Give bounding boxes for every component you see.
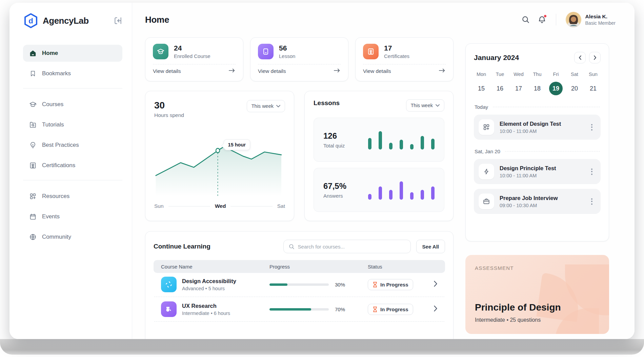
sidebar-item-bookmarks[interactable]: Bookmarks — [23, 65, 122, 82]
search-icon — [288, 243, 295, 250]
search-icon[interactable] — [521, 15, 530, 24]
hours-line-chart: 15 hour — [154, 130, 285, 198]
assessment-banner[interactable]: ASSESSMENT Principle of Design Intermedi… — [465, 255, 609, 334]
view-details-link[interactable]: View details — [153, 68, 236, 75]
answers-panel: 67,5% Answers — [314, 168, 444, 212]
total-quiz-panel: 126 Total quiz — [314, 118, 444, 162]
status-badge: In Progress — [368, 279, 413, 290]
day-of-week: Tue — [496, 72, 504, 77]
certificate-icon — [29, 162, 37, 169]
stat-card-enrolled: 24 Enrolled Course View details — [145, 37, 243, 81]
stats-row: 24 Enrolled Course View details — [145, 37, 454, 81]
bolt-icon — [479, 164, 494, 179]
area-fill — [156, 146, 281, 196]
grid-plus-icon — [479, 119, 494, 135]
view-details-label: View details — [363, 68, 391, 74]
calendar-day[interactable]: 15 — [475, 82, 488, 95]
event-card[interactable]: Prepare Job Interview 09:00 - 10:30 AM — [474, 189, 601, 214]
notifications-bell-icon[interactable] — [538, 15, 546, 24]
course-meta: Advanced • 5 hours — [182, 286, 236, 291]
calendar-month: January 2024 — [474, 54, 519, 62]
course-search[interactable] — [283, 240, 411, 253]
hourglass-icon — [373, 306, 378, 312]
certificates-icon — [363, 44, 379, 59]
stat-label: Certificates — [384, 53, 409, 59]
event-title: Prepare Job Interview — [500, 195, 558, 201]
see-all-button[interactable]: See All — [416, 240, 445, 253]
answers-bar-chart — [368, 180, 435, 200]
quiz-value: 126 — [323, 131, 345, 141]
answers-value: 67,5% — [323, 181, 346, 191]
lightbulb-icon — [29, 141, 37, 149]
sidebar-collapse-icon[interactable] — [114, 16, 122, 25]
day-of-week: Fri — [553, 72, 559, 77]
sidebar-item-events[interactable]: Events — [23, 208, 122, 225]
x-axis: Sun Wed Sat — [154, 203, 285, 209]
calendar-day[interactable]: 21 — [586, 82, 600, 95]
quiz-bar-chart — [368, 130, 435, 150]
dashed-divider — [363, 64, 446, 64]
calendar-day[interactable]: 20 — [568, 82, 581, 95]
dashed-divider — [258, 64, 341, 64]
calendar-prev-button[interactable] — [574, 52, 586, 63]
globe-icon — [29, 233, 37, 241]
sidebar-item-best-practices[interactable]: Best Practices — [23, 137, 122, 154]
sidebar-item-courses[interactable]: Courses — [23, 96, 122, 113]
day-of-week: Thu — [533, 72, 542, 77]
sidebar-item-community[interactable]: Community — [23, 229, 122, 245]
calendar-next-button[interactable] — [589, 52, 601, 63]
day-of-week: Sat — [571, 72, 578, 77]
user-menu[interactable]: Alesia K. Basic Member — [566, 12, 616, 27]
page-title: Home — [145, 15, 169, 25]
charts-row: 30 Hours spend This week — [145, 91, 454, 221]
event-menu-kebab[interactable] — [588, 122, 596, 133]
avatar — [566, 12, 581, 27]
sidebar-item-tutorials[interactable]: Tutorials — [23, 116, 122, 133]
event-title: Design Principle Test — [500, 165, 556, 172]
sidebar-item-resources[interactable]: Resources — [23, 188, 122, 205]
table-row[interactable]: Design Accessibility Advanced • 5 hours … — [154, 273, 445, 296]
hours-spend-card: 30 Hours spend This week — [145, 91, 294, 221]
answers-label: Answers — [323, 193, 346, 199]
event-menu-kebab[interactable] — [588, 166, 596, 177]
table-header: Course Name Progress Status — [154, 260, 445, 273]
bookmark-icon — [29, 70, 37, 77]
course-search-input[interactable] — [298, 244, 406, 250]
content: 24 Enrolled Course View details — [132, 37, 635, 339]
view-details-link[interactable]: View details — [363, 68, 446, 75]
chevron-down-icon — [276, 105, 280, 107]
sidebar-item-label: Resources — [42, 193, 69, 200]
view-details-label: View details — [258, 68, 286, 74]
lessons-title: Lessons — [314, 99, 340, 107]
view-details-link[interactable]: View details — [258, 68, 341, 75]
calendar-card: January 2024 Mon15 Tue16 — [465, 43, 609, 241]
design-accessibility-icon — [161, 277, 177, 292]
sidebar-item-label: Courses — [42, 101, 63, 108]
axis-tick: Sun — [154, 203, 164, 209]
calendar-day[interactable]: 16 — [493, 82, 507, 95]
course-title: UX Research — [182, 303, 230, 309]
event-card[interactable]: Element of Design Test 10:00 - 11:00 AM — [474, 115, 601, 140]
range-label: This week — [411, 103, 433, 108]
calendar-day-selected[interactable]: 19 — [549, 82, 563, 95]
main-column: 24 Enrolled Course View details — [145, 37, 454, 339]
event-card[interactable]: Design Principle Test 10:00 - 11:00 AM — [474, 159, 601, 184]
calendar-day[interactable]: 18 — [530, 82, 544, 95]
lessons-range-dropdown[interactable]: This week — [406, 99, 444, 112]
table-row[interactable]: UX Research Intermediate • 6 hours 70% — [154, 298, 445, 321]
hours-range-dropdown[interactable]: This week — [247, 100, 285, 112]
sidebar-item-home[interactable]: Home — [23, 45, 122, 62]
dashed-divider — [154, 321, 444, 322]
continue-learning-card: Continue Learning See All Course Name Pr… — [145, 231, 454, 339]
chevron-right-icon[interactable] — [434, 280, 438, 289]
chevron-right-icon[interactable] — [434, 305, 438, 313]
folder-search-icon — [29, 121, 37, 128]
graduation-cap-icon — [29, 101, 37, 108]
calendar-day[interactable]: 17 — [512, 82, 525, 95]
day-of-week: Sun — [589, 72, 598, 77]
event-menu-kebab[interactable] — [588, 196, 596, 207]
stat-label: Enrolled Course — [174, 53, 210, 59]
sidebar-item-certifications[interactable]: Certifications — [23, 157, 122, 174]
continue-learning-title: Continue Learning — [154, 243, 210, 250]
sidebar-divider — [23, 180, 122, 180]
